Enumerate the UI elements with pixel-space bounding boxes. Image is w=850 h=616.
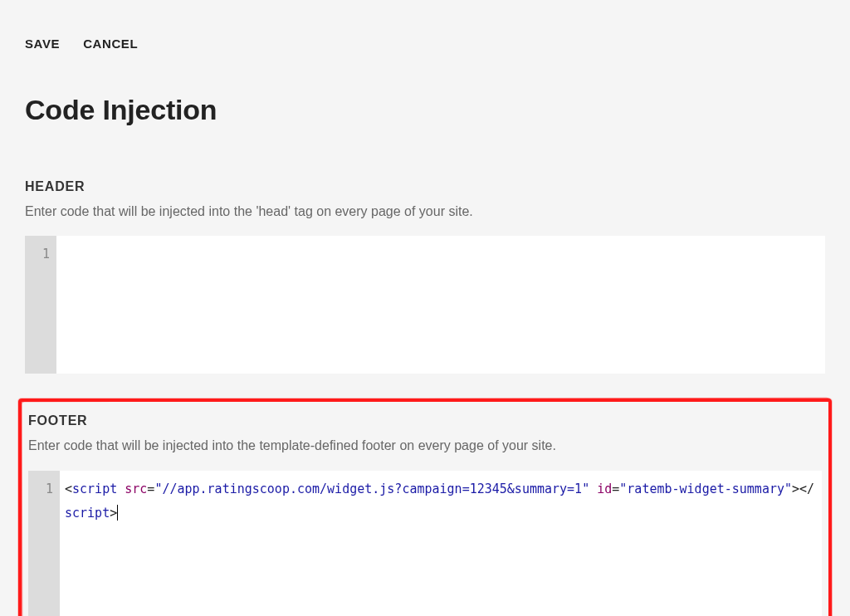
footer-section: FOOTER Enter code that will be injected … — [22, 413, 828, 616]
code-token: script — [65, 506, 110, 521]
footer-code-editor[interactable]: 1 <script src="//app.ratingscoop.com/wid… — [28, 471, 822, 616]
code-token: id — [597, 482, 612, 496]
text-cursor-icon — [117, 505, 118, 521]
code-token: "//app.ratingscoop.com/widget.js?campaig… — [154, 482, 589, 496]
code-token — [117, 482, 125, 496]
header-section-desc: Enter code that will be injected into th… — [25, 203, 825, 221]
code-token: > — [110, 506, 117, 521]
header-section: HEADER Enter code that will be injected … — [25, 179, 825, 374]
header-code-area[interactable] — [56, 236, 825, 374]
action-bar: SAVE CANCEL — [25, 37, 825, 51]
header-code-editor[interactable]: 1 — [25, 236, 825, 374]
code-injection-panel: SAVE CANCEL Code Injection HEADER Enter … — [0, 0, 850, 616]
footer-highlight-annotation: FOOTER Enter code that will be injected … — [18, 398, 832, 616]
code-token: script — [72, 482, 117, 496]
footer-code-area[interactable]: <script src="//app.ratingscoop.com/widge… — [60, 471, 822, 616]
code-token — [589, 482, 597, 496]
code-token: < — [65, 482, 72, 496]
header-section-title: HEADER — [25, 179, 825, 194]
footer-section-title: FOOTER — [22, 413, 828, 428]
code-token: > — [792, 482, 799, 496]
code-token: "ratemb-widget-summary" — [619, 482, 792, 496]
footer-gutter: 1 — [28, 471, 60, 616]
cancel-button[interactable]: CANCEL — [83, 37, 138, 51]
save-button[interactable]: SAVE — [25, 37, 60, 51]
page-title: Code Injection — [25, 94, 825, 126]
code-token: src — [125, 482, 147, 496]
code-token: </ — [799, 482, 814, 496]
footer-section-desc: Enter code that will be injected into th… — [22, 437, 828, 455]
header-gutter: 1 — [25, 236, 56, 374]
code-token: = — [612, 482, 619, 496]
